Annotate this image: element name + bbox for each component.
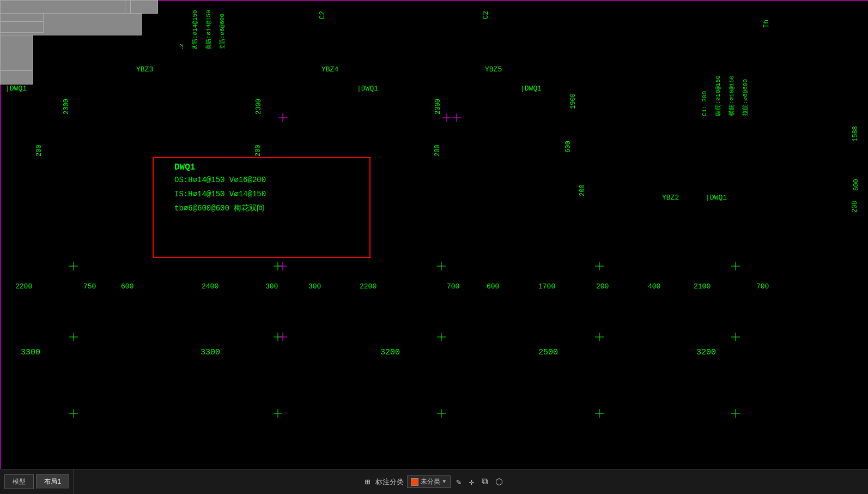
move-icon[interactable]: ✛ (467, 475, 477, 489)
dwq1-far-right: |DWQ1 (706, 194, 727, 202)
cross-1 (69, 262, 78, 270)
category-color-swatch (411, 478, 418, 486)
c2-top-2: C2 (482, 11, 490, 20)
meas-300-1: 300 (265, 282, 278, 291)
meas-600-1: 600 (121, 282, 133, 291)
meas-700-1: 700 (447, 282, 459, 291)
annotation-toolbar: ⊞ 标注分类 未分类 ▼ ✎ ✛ ⧉ ⬡ (357, 469, 511, 494)
mag-cross-2 (278, 262, 287, 270)
link-icon[interactable]: ⬡ (493, 475, 505, 489)
dim-200-2: 200 (254, 144, 262, 156)
top-annot-3: 横筋:⌀14@150 (205, 10, 213, 49)
meas-200: 200 (596, 282, 609, 291)
right-annot-3: 横筋:⌀10@150 (729, 75, 736, 116)
meas-2400: 2400 (202, 282, 218, 291)
tab-model[interactable]: 模型 (4, 474, 34, 489)
os-spec: OS:H⌀14@150 V⌀16@200 (174, 176, 266, 185)
meas-2200-2: 2200 (360, 282, 377, 291)
right-annot-2: 纵筋:⌀10@150 (715, 75, 722, 116)
cross-12 (274, 409, 282, 418)
cross-15 (731, 409, 740, 418)
meas-700-2: 700 (756, 282, 769, 291)
ih-label: Ih (762, 20, 771, 28)
large-dim-2500: 2500 (538, 348, 558, 358)
meas-300-2: 300 (308, 282, 321, 291)
tab-layout1[interactable]: 布局1 (36, 474, 69, 489)
meas-1700: 1700 (538, 282, 555, 291)
grid-icon[interactable]: ⊞ (363, 475, 373, 489)
dim-2300-2: 2300 (255, 99, 263, 115)
dim-208: 208 (851, 201, 859, 213)
ybz2-label: YBZ2 (662, 194, 679, 202)
large-dim-3200-2: 3200 (696, 348, 716, 358)
cross-8 (437, 333, 446, 341)
dwq1-label-selected: DWQ1 (174, 162, 195, 173)
right-annot-1: C1: 300 (701, 91, 708, 116)
dim-600-1: 600 (564, 141, 572, 153)
ybz3-label: YBZ3 (136, 65, 153, 74)
top-annot-1: C2 (180, 44, 185, 49)
cross-4 (595, 262, 604, 270)
cross-13 (437, 409, 446, 418)
mag-cross-4 (442, 113, 451, 122)
dwq1-left: |DWQ1 (5, 85, 27, 93)
wall-top-4 (0, 0, 125, 14)
mag-cross-3 (278, 333, 287, 341)
mag-cross-1 (278, 113, 287, 122)
right-annotations-area: C1: 300 纵筋:⌀10@150 横筋:⌀10@150 拉筋:⌀6@600 (692, 0, 774, 125)
is-spec: IS:H⌀14@150 V⌀14@150 (174, 190, 266, 199)
dim-200-3: 200 (434, 144, 441, 156)
dim-1900: 1900 (569, 93, 577, 109)
meas-2100: 2100 (694, 282, 711, 291)
c2-top: C2 (318, 11, 327, 20)
dim-2300-3: 2300 (434, 99, 442, 115)
dim-200-4: 200 (579, 184, 586, 196)
ybz4-label: YBZ4 (321, 65, 338, 74)
meas-750: 750 (83, 282, 96, 291)
mag-cross-5 (452, 113, 461, 122)
dim-2300-1: 2300 (63, 99, 70, 115)
top-annot-2: 纵筋:⌀14@150 (192, 10, 199, 49)
large-dim-3300-1: 3300 (21, 348, 40, 358)
top-annot-area: C2 纵筋:⌀14@150 横筋:⌀14@150 拉筋:⌀6@600 (180, 0, 267, 49)
dwq1-right: |DWQ1 (520, 85, 542, 93)
cross-9 (595, 333, 604, 341)
copy-icon[interactable]: ⧉ (479, 475, 490, 488)
dropdown-arrow-icon: ▼ (442, 479, 446, 485)
ybz5-label: YBZ5 (485, 65, 502, 74)
dwq1-mid: |DWQ1 (357, 85, 378, 93)
dim-1588: 1588 (852, 126, 859, 142)
cross-6 (69, 333, 78, 341)
top-annot-4: 拉筋:⌀6@600 (219, 14, 226, 49)
cross-14 (595, 409, 604, 418)
dim-200-1: 200 (35, 144, 43, 156)
annotation-label: 标注分类 (375, 477, 404, 487)
large-dim-3300-2: 3300 (201, 348, 220, 358)
cross-10 (731, 333, 740, 341)
large-dim-3200-1: 3200 (380, 348, 400, 358)
meas-400: 400 (648, 282, 660, 291)
cross-5 (731, 262, 740, 270)
cad-drawing-area: DWQ1 OS:H⌀14@150 V⌀16@200 IS:H⌀14@150 V⌀… (0, 0, 868, 469)
meas-2200-1: 2200 (15, 282, 32, 291)
tabs-area: 模型 布局1 (0, 469, 74, 494)
meas-600-2: 600 (487, 282, 499, 291)
tb-spec: tb⌀6@600@600 梅花双间 (174, 204, 264, 213)
bottom-toolbar: 模型 布局1 ⊞ 标注分类 未分类 ▼ ✎ ✛ ⧉ ⬡ (0, 469, 868, 494)
edit-icon[interactable]: ✎ (454, 475, 464, 489)
dim-600-2: 600 (853, 179, 860, 191)
cross-3 (437, 262, 446, 270)
category-value: 未分类 (421, 477, 440, 486)
cross-11 (69, 409, 78, 418)
category-dropdown[interactable]: 未分类 ▼ (407, 475, 451, 488)
right-annot-4: 拉筋:⌀6@600 (742, 79, 749, 116)
